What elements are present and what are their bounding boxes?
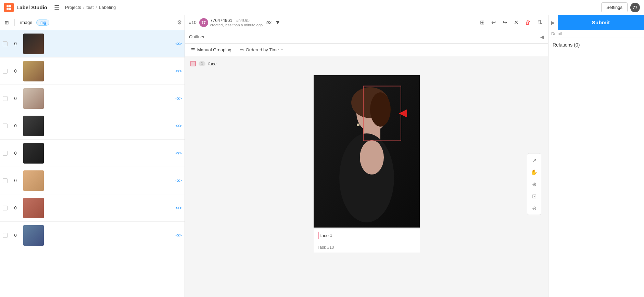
sort-arrow-icon: ↑	[281, 47, 283, 52]
list-row[interactable]: 0 </>	[0, 194, 185, 222]
list-row[interactable]: 0 </>	[0, 30, 185, 57]
region-color-swatch	[190, 61, 196, 66]
img-badge: img	[36, 20, 49, 26]
task-number: Task #10	[318, 245, 334, 250]
row-code[interactable]: </>	[175, 123, 182, 128]
row-thumbnail	[23, 34, 44, 54]
fit-screen-button[interactable]: ⊡	[529, 191, 540, 202]
outliner-header: Outliner ◀	[185, 30, 548, 44]
pager-expand-button[interactable]: ▼	[273, 18, 282, 27]
row-code[interactable]: </>	[175, 205, 182, 210]
right-panel-header: ▶ Submit	[548, 15, 644, 30]
row-checkbox[interactable]	[3, 96, 8, 101]
right-panel-collapse-button[interactable]: ▶	[548, 20, 558, 25]
user-avatar: 77	[630, 3, 640, 12]
row-code[interactable]: </>	[175, 96, 182, 101]
redo-button[interactable]: ↪	[501, 18, 509, 27]
logo-area: Label Studio	[4, 3, 47, 12]
list-row[interactable]: 0 </>	[0, 85, 185, 112]
row-number: 0	[10, 233, 21, 238]
hamburger-small-icon: ☰	[191, 47, 195, 52]
label-count: 1	[330, 233, 332, 238]
delete-button[interactable]: 🗑	[523, 18, 533, 27]
task-footer: Task #10	[314, 242, 420, 253]
group-label: Manual Grouping	[197, 47, 231, 52]
row-checkbox[interactable]	[3, 41, 8, 46]
outliner-items: 1 face	[185, 56, 548, 71]
breadcrumb-test[interactable]: test	[87, 5, 94, 10]
grid-view-button[interactable]: ⊞	[3, 18, 11, 27]
zoom-in-button[interactable]: ⊕	[529, 179, 540, 190]
list-row[interactable]: 0 </>	[0, 140, 185, 167]
undo-button[interactable]: ↩	[489, 18, 498, 27]
list-row[interactable]: 0 </>	[0, 167, 185, 194]
outliner-collapse-button[interactable]: ◀	[540, 34, 544, 40]
svg-point-7	[370, 92, 391, 127]
outliner-item[interactable]: 1 face	[189, 59, 544, 68]
order-label: Ordered by Time	[246, 47, 279, 52]
breadcrumb-projects[interactable]: Projects	[65, 5, 81, 10]
row-code[interactable]: </>	[175, 178, 182, 183]
thumb-placeholder	[23, 61, 44, 81]
zoom-out-button[interactable]: ⊖	[529, 203, 540, 214]
thumb-placeholder	[23, 34, 44, 54]
right-panel: ▶ Submit Detail Relations (0)	[548, 15, 644, 297]
list-area: 0 </> 0 </> 0	[0, 30, 185, 297]
label-tag[interactable]: face 1	[318, 232, 332, 239]
row-number: 0	[10, 41, 21, 46]
svg-point-10	[360, 140, 384, 175]
hamburger-icon[interactable]: ☰	[54, 4, 60, 11]
row-thumbnail	[23, 116, 44, 136]
thumb-placeholder	[23, 143, 44, 164]
row-number: 0	[10, 205, 21, 210]
row-checkbox[interactable]	[3, 178, 8, 183]
center-toolbar: #10 77 776474961 #n4Ur5 created, less th…	[185, 15, 548, 30]
row-code[interactable]: </>	[175, 41, 182, 46]
hand-tool-button[interactable]: ✋	[529, 167, 540, 178]
breadcrumb-sep2: /	[96, 5, 97, 10]
side-tools: ↗ ✋ ⊕ ⊡ ⊖	[527, 153, 541, 215]
row-checkbox[interactable]	[3, 206, 8, 210]
list-row[interactable]: 0 </>	[0, 222, 185, 249]
close-annotation-button[interactable]: ✕	[512, 18, 520, 27]
row-code[interactable]: </>	[175, 151, 182, 156]
row-number: 0	[10, 68, 21, 74]
task-meta: 776474961 #n4Ur5 created, less than a mi…	[210, 18, 263, 27]
row-number: 0	[10, 151, 21, 156]
row-checkbox[interactable]	[3, 233, 8, 238]
image-tab-label: image	[18, 18, 34, 26]
manual-grouping-button[interactable]: ☰ Manual Grouping	[189, 46, 233, 54]
row-checkbox[interactable]	[3, 69, 8, 74]
image-area: face 1 Task #10 ↗ ✋ ⊕ ⊡ ⊖	[185, 71, 548, 297]
thumb-placeholder	[23, 88, 44, 109]
grid-view-button[interactable]: ⊞	[478, 18, 487, 27]
divider2	[53, 19, 53, 26]
list-row[interactable]: 0 </>	[0, 57, 185, 85]
row-thumbnail	[23, 170, 44, 191]
gear-button[interactable]: ⚙	[177, 19, 182, 26]
ordered-by-time-button[interactable]: ▭ Ordered by Time ↑	[238, 46, 285, 54]
left-toolbar: ⊞ image img ⚙	[0, 15, 185, 30]
task-id: #10	[189, 20, 197, 25]
logo-icon	[4, 3, 14, 12]
submit-button[interactable]: Submit	[558, 15, 644, 30]
app-title: Label Studio	[16, 4, 47, 10]
settings-button[interactable]: Settings	[601, 2, 628, 12]
breadcrumb: Projects / test / Labeling	[65, 5, 116, 10]
row-checkbox[interactable]	[3, 124, 8, 128]
label-name: face	[320, 233, 329, 238]
row-checkbox[interactable]	[3, 151, 8, 156]
outliner-controls: ☰ Manual Grouping ▭ Ordered by Time ↑	[185, 44, 548, 56]
settings-panel-button[interactable]: ⇅	[535, 18, 544, 27]
row-code[interactable]: </>	[175, 233, 182, 238]
user-circle: 77	[199, 18, 208, 27]
row-code[interactable]: </>	[175, 68, 182, 74]
arrow-tool-button[interactable]: ↗	[529, 155, 540, 166]
task-uid: 776474961 #n4Ur5	[210, 18, 263, 23]
list-row[interactable]: 0 </>	[0, 112, 185, 140]
row-thumbnail	[23, 198, 44, 218]
task-hash: #n4Ur5	[236, 18, 250, 23]
region-label: face	[208, 61, 217, 66]
svg-rect-0	[7, 5, 9, 7]
thumb-placeholder	[23, 225, 44, 246]
